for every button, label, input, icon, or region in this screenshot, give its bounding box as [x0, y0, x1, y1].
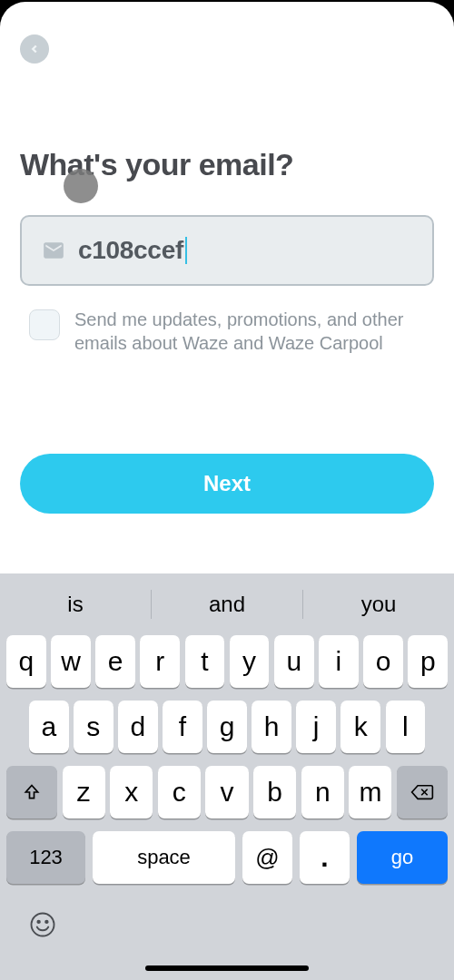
email-field[interactable]: c108ccef	[20, 215, 434, 286]
key-e[interactable]: e	[95, 635, 135, 688]
key-k[interactable]: k	[340, 701, 380, 753]
key-space[interactable]: space	[93, 831, 235, 884]
key-v[interactable]: v	[205, 766, 248, 818]
suggestion-1[interactable]: is	[0, 592, 151, 617]
key-b[interactable]: b	[253, 766, 296, 818]
key-a[interactable]: a	[29, 701, 69, 753]
key-u[interactable]: u	[274, 635, 314, 688]
svg-point-1	[37, 921, 40, 924]
key-dot[interactable]: .	[300, 831, 350, 884]
key-s[interactable]: s	[74, 701, 114, 753]
key-t[interactable]: t	[185, 635, 225, 688]
key-f[interactable]: f	[163, 701, 202, 753]
key-q[interactable]: q	[6, 635, 46, 688]
key-p[interactable]: p	[408, 635, 448, 688]
emoji-icon	[29, 911, 56, 938]
text-cursor	[185, 237, 187, 264]
chevron-left-icon	[28, 43, 41, 55]
marketing-checkbox-label: Send me updates, promotions, and other e…	[74, 308, 434, 355]
key-numbers[interactable]: 123	[6, 831, 85, 884]
key-y[interactable]: y	[230, 635, 270, 688]
key-h[interactable]: h	[252, 701, 291, 753]
svg-point-2	[45, 921, 48, 924]
suggestion-3[interactable]: you	[303, 592, 454, 617]
key-x[interactable]: x	[110, 766, 153, 818]
key-j[interactable]: j	[296, 701, 336, 753]
key-d[interactable]: d	[118, 701, 158, 753]
key-i[interactable]: i	[319, 635, 359, 688]
email-value: c108ccef	[78, 236, 183, 265]
key-c[interactable]: c	[158, 766, 201, 818]
home-indicator[interactable]	[145, 965, 309, 971]
key-l[interactable]: l	[386, 701, 426, 753]
marketing-checkbox[interactable]	[29, 309, 60, 340]
mail-icon	[42, 239, 65, 262]
touch-indicator	[64, 169, 98, 203]
key-g[interactable]: g	[207, 701, 247, 753]
keyboard: is and you q w e r t y u i o p a s d f g…	[0, 573, 454, 980]
suggestions-row: is and you	[0, 573, 454, 635]
key-w[interactable]: w	[51, 635, 91, 688]
back-button[interactable]	[20, 34, 49, 64]
suggestion-2[interactable]: and	[152, 592, 302, 617]
emoji-button[interactable]	[27, 911, 58, 942]
key-go[interactable]: go	[357, 831, 448, 884]
key-shift[interactable]	[6, 766, 57, 818]
backspace-icon	[410, 783, 434, 801]
shift-icon	[23, 783, 41, 801]
key-o[interactable]: o	[363, 635, 403, 688]
marketing-opt-in-row: Send me updates, promotions, and other e…	[20, 308, 434, 355]
key-n[interactable]: n	[301, 766, 344, 818]
svg-point-0	[32, 914, 54, 936]
key-z[interactable]: z	[63, 766, 105, 818]
key-r[interactable]: r	[140, 635, 180, 688]
key-backspace[interactable]	[397, 766, 448, 818]
next-button[interactable]: Next	[20, 454, 434, 514]
key-at[interactable]: @	[242, 831, 292, 884]
key-m[interactable]: m	[349, 766, 391, 818]
